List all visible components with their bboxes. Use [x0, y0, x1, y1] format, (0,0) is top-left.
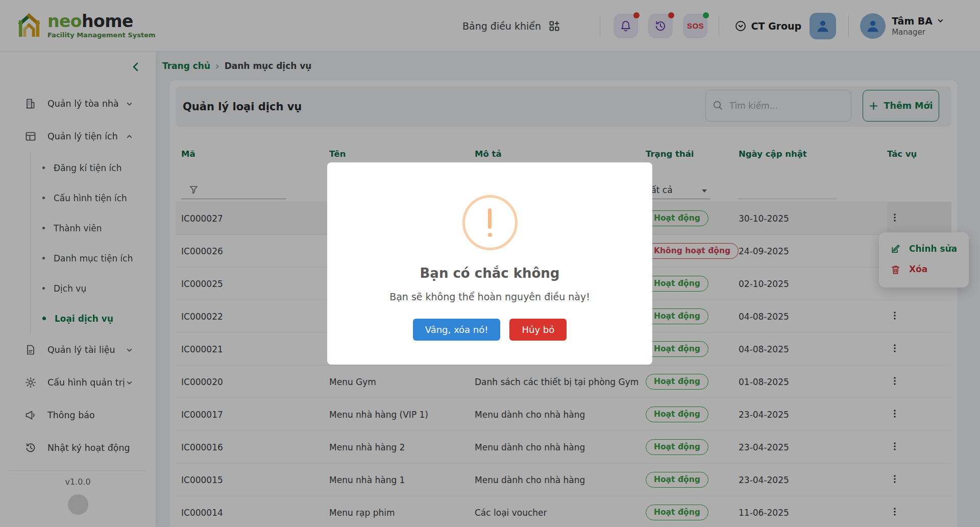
warning-exclamation-bar — [488, 208, 492, 229]
confirm-dialog: Bạn có chắc không Bạn sẽ không thể hoàn … — [327, 162, 652, 365]
warning-exclamation-dot — [488, 233, 492, 237]
warning-icon — [462, 195, 518, 250]
cancel-button[interactable]: Hủy bỏ — [509, 319, 567, 341]
dialog-message: Bạn sẽ không thể hoàn nguyên điều này! — [389, 291, 590, 302]
dialog-actions: Vâng, xóa nó! Hủy bỏ — [413, 319, 567, 341]
confirm-delete-button[interactable]: Vâng, xóa nó! — [413, 319, 501, 341]
dialog-title: Bạn có chắc không — [420, 266, 560, 281]
